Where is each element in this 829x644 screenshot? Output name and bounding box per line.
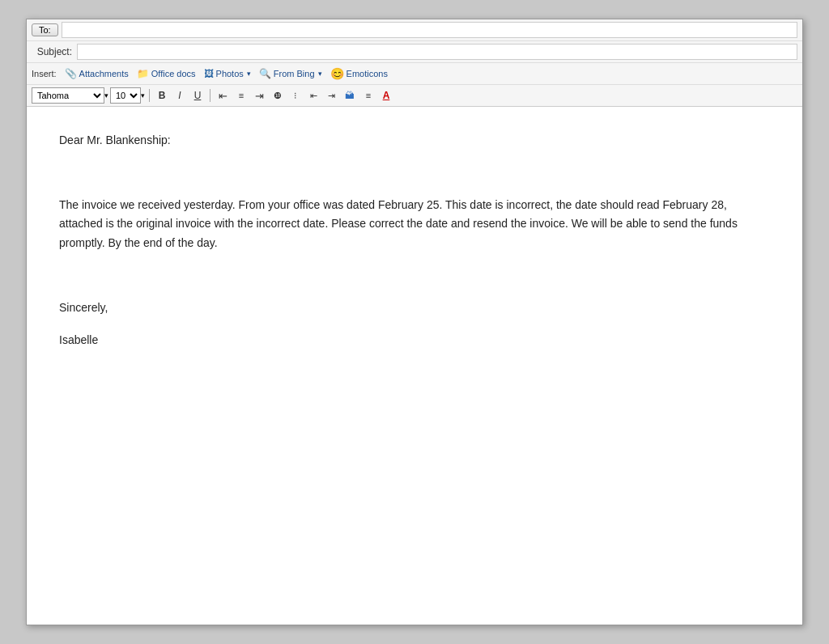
italic-icon: I xyxy=(178,90,181,101)
insert-attachments-button[interactable]: 📎 Attachments xyxy=(62,66,132,81)
align-justify-button[interactable]: ≡ xyxy=(360,87,376,104)
decrease-indent-icon: ⇤ xyxy=(310,91,317,101)
office-icon: 📁 xyxy=(137,68,149,79)
align-left-icon: ⇤ xyxy=(219,90,227,102)
subject-input[interactable] xyxy=(77,44,797,60)
emoticons-label: Emoticons xyxy=(346,69,388,78)
insert-picture-button[interactable]: 🏔 xyxy=(341,87,359,104)
underline-icon: U xyxy=(194,90,202,101)
align-right-icon: ⇥ xyxy=(255,90,264,102)
numbered-list-icon: ❿ xyxy=(274,91,282,101)
greeting-line: Dear Mr. Blankenship: xyxy=(59,131,770,150)
blank-line-2 xyxy=(59,266,770,286)
photos-dropdown-arrow: ▾ xyxy=(247,70,251,78)
bing-dropdown-arrow: ▾ xyxy=(318,70,322,78)
smiley-icon: 😊 xyxy=(330,67,344,80)
photos-label: Photos xyxy=(216,69,244,78)
subject-label: Subject: xyxy=(32,46,77,57)
email-body: Dear Mr. Blankenship: The invoice we rec… xyxy=(59,131,770,350)
insert-picture-icon: 🏔 xyxy=(345,90,355,101)
office-docs-label: Office docs xyxy=(151,69,196,78)
insert-from-bing-button[interactable]: 🔍 From Bing ▾ xyxy=(256,66,325,81)
toolbar-separator-2 xyxy=(210,89,210,102)
size-dropdown-arrow: ▾ xyxy=(141,91,145,100)
italic-button[interactable]: I xyxy=(172,87,188,104)
to-row: To: xyxy=(27,19,802,41)
insert-label: Insert: xyxy=(32,69,57,78)
formatting-toolbar: Tahoma ▾ 10 ▾ B I U xyxy=(27,85,802,106)
underline-button[interactable]: U xyxy=(189,87,206,104)
font-family-select[interactable]: Tahoma xyxy=(32,87,104,104)
closing-line: Sincerely, xyxy=(59,299,770,318)
to-input[interactable] xyxy=(62,22,797,38)
insert-photos-button[interactable]: 🖼 Photos ▾ xyxy=(201,66,254,81)
body-paragraph: The invoice we received yesterday. From … xyxy=(59,196,770,253)
blank-line-1 xyxy=(59,163,770,183)
increase-indent-button[interactable]: ⇥ xyxy=(323,87,339,104)
increase-indent-icon: ⇥ xyxy=(328,91,335,101)
insert-emoticons-button[interactable]: 😊 Emoticons xyxy=(327,66,391,82)
numbered-list-button[interactable]: ❿ xyxy=(270,87,286,104)
insert-row: Insert: 📎 Attachments 📁 Office docs 🖼 Ph… xyxy=(27,63,802,85)
align-justify-icon: ≡ xyxy=(366,91,371,100)
from-bing-label: From Bing xyxy=(274,69,315,78)
email-header: To: Subject: Insert: 📎 Attachments 📁 Off… xyxy=(27,19,802,107)
decrease-indent-button[interactable]: ⇤ xyxy=(305,87,321,104)
bulleted-list-icon: ⁝ xyxy=(294,91,297,101)
signature-line: Isabelle xyxy=(59,331,770,350)
align-right-button[interactable]: ⇥ xyxy=(251,87,268,104)
align-center-button[interactable]: ≡ xyxy=(233,87,249,104)
align-left-button[interactable]: ⇤ xyxy=(215,87,232,104)
font-color-button[interactable]: A xyxy=(378,87,394,104)
bold-icon: B xyxy=(159,90,166,101)
attachments-label: Attachments xyxy=(79,69,129,78)
font-size-select[interactable]: 10 xyxy=(110,87,141,104)
bulleted-list-button[interactable]: ⁝ xyxy=(287,87,304,104)
paperclip-icon: 📎 xyxy=(65,68,77,79)
photos-icon: 🖼 xyxy=(204,68,214,79)
insert-office-docs-button[interactable]: 📁 Office docs xyxy=(134,66,199,81)
email-body-area[interactable]: Dear Mr. Blankenship: The invoice we rec… xyxy=(27,107,802,625)
bold-button[interactable]: B xyxy=(154,87,170,104)
font-color-icon: A xyxy=(383,90,390,101)
to-button[interactable]: To: xyxy=(32,23,58,36)
toolbar-separator-1 xyxy=(149,89,150,102)
email-compose-window: To: Subject: Insert: 📎 Attachments 📁 Off… xyxy=(26,19,803,625)
align-center-icon: ≡ xyxy=(239,91,244,100)
font-dropdown-arrow: ▾ xyxy=(104,91,108,100)
subject-row: Subject: xyxy=(27,41,802,63)
bing-icon: 🔍 xyxy=(259,68,271,79)
